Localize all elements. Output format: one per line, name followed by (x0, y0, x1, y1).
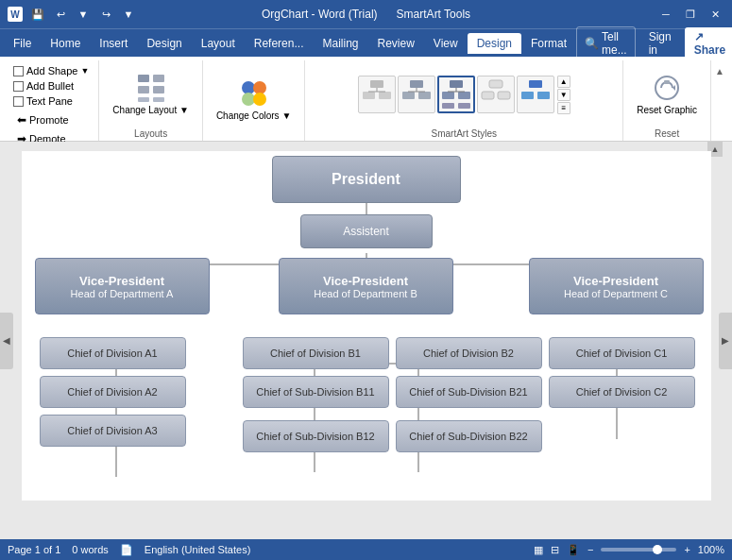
save-button[interactable]: 💾 (28, 5, 47, 24)
tab-home[interactable]: Home (41, 33, 90, 54)
promote-icon: ⬅ (17, 113, 26, 127)
change-layout-button[interactable]: Change Layout ▼ (107, 69, 195, 120)
style-thumb-5[interactable] (517, 76, 554, 113)
svg-rect-30 (529, 80, 542, 88)
menu-right: 🔍 Tell me... Sign in ↗ Share 😊 (576, 26, 732, 60)
tab-format[interactable]: Format (521, 33, 576, 54)
style-thumb-1[interactable] (358, 76, 396, 113)
zoom-in-button[interactable]: + (684, 544, 689, 555)
scroll-right-nav[interactable]: ▶ (719, 313, 732, 369)
add-shape-button[interactable]: Add Shape ▼ (11, 64, 91, 77)
add-bullet-button[interactable]: Add Bullet (11, 79, 91, 93)
vp3-node[interactable]: Vice-President Head of Department C (529, 258, 704, 314)
sign-in-button[interactable]: Sign in (641, 27, 679, 59)
subB11-node[interactable]: Chief of Sub-Division B11 (243, 376, 389, 408)
divA3-box[interactable]: Chief of Division A3 (40, 415, 186, 447)
scroll-left-nav[interactable]: ◀ (0, 313, 13, 369)
colors-group: Change Colors ▼ (203, 60, 305, 141)
subB22-node[interactable]: Chief of Sub-Division B22 (396, 420, 542, 452)
tab-references[interactable]: Referen... (245, 33, 314, 54)
divC1-box[interactable]: Chief of Division C1 (549, 337, 695, 369)
tab-insert[interactable]: Insert (90, 33, 137, 54)
vp1-box[interactable]: Vice-President Head of Department A (35, 258, 210, 314)
subB11-box[interactable]: Chief of Sub-Division B11 (243, 376, 389, 408)
divA3-node[interactable]: Chief of Division A3 (40, 415, 186, 447)
svg-rect-4 (138, 97, 149, 102)
close-button[interactable]: ✕ (706, 5, 724, 24)
assistant-node[interactable]: Assistent (300, 214, 433, 248)
undo-button[interactable]: ↩ (51, 5, 70, 24)
restore-button[interactable]: ❐ (681, 5, 700, 24)
svg-point-8 (242, 93, 255, 106)
reset-graphic-icon (652, 73, 682, 103)
svg-rect-1 (153, 75, 164, 82)
subB21-box[interactable]: Chief of Sub-Division B21 (396, 376, 542, 408)
style-thumb-4[interactable] (477, 76, 515, 113)
style-thumb-3[interactable] (437, 76, 475, 113)
style-thumb-2[interactable] (398, 76, 435, 113)
tab-file[interactable]: File (4, 33, 41, 54)
vp3-box[interactable]: Vice-President Head of Department C (529, 258, 704, 314)
tell-me-box[interactable]: 🔍 Tell me... (576, 26, 636, 60)
svg-rect-3 (153, 86, 164, 93)
more-commands[interactable]: ▼ (119, 5, 138, 24)
change-layout-label: Change Layout ▼ (112, 105, 189, 116)
president-node[interactable]: President (272, 156, 461, 203)
text-pane-checkbox (13, 96, 24, 107)
tab-design-smartart[interactable]: Design (468, 33, 521, 54)
promote-button[interactable]: ⬅ Promote (13, 111, 89, 128)
subB12-box[interactable]: Chief of Sub-Division B12 (243, 420, 389, 452)
divA2-node[interactable]: Chief of Division A2 (40, 376, 186, 408)
subB22-box[interactable]: Chief of Sub-Division B22 (396, 420, 542, 452)
assistant-box[interactable]: Assistent (300, 214, 433, 248)
style-scroll-down[interactable]: ▼ (557, 89, 570, 101)
subB21-node[interactable]: Chief of Sub-Division B21 (396, 376, 542, 408)
ribbon: Add Shape ▼ Add Bullet Text Pane ⬅ Promo… (0, 57, 732, 142)
text-pane-button[interactable]: Text Pane (11, 94, 91, 108)
share-button[interactable]: ↗ Share (685, 27, 732, 59)
tab-review[interactable]: Review (367, 33, 423, 54)
svg-point-9 (253, 93, 266, 106)
svg-rect-5 (153, 97, 164, 102)
tab-view[interactable]: View (424, 33, 468, 54)
divC1-node[interactable]: Chief of Division C1 (549, 337, 695, 369)
style-scroll-more[interactable]: ≡ (557, 102, 570, 114)
tab-layout[interactable]: Layout (192, 33, 245, 54)
tab-design-doc[interactable]: Design (137, 33, 191, 54)
layout-icon-2[interactable]: ⊟ (551, 544, 559, 556)
divA2-box[interactable]: Chief of Division A2 (40, 376, 186, 408)
divB1-node[interactable]: Chief of Division B1 (243, 337, 389, 369)
title-bar: W 💾 ↩ ▼ ↪ ▼ OrgChart - Word (Trial) Smar… (0, 0, 732, 28)
layout-icon-1[interactable]: ▦ (534, 544, 543, 556)
divA1-node[interactable]: Chief of Division A1 (40, 337, 186, 369)
change-colors-button[interactable]: Change Colors ▼ (211, 75, 297, 126)
title-bar-left: W 💾 ↩ ▼ ↪ ▼ (8, 5, 138, 24)
customize-quick-access[interactable]: ▼ (74, 5, 93, 24)
reset-graphic-button[interactable]: Reset Graphic (631, 69, 703, 120)
ribbon-collapse-button[interactable]: ▲ (711, 64, 728, 78)
president-box[interactable]: President (272, 156, 461, 203)
svg-rect-24 (458, 103, 470, 109)
subB12-node[interactable]: Chief of Sub-Division B12 (243, 420, 389, 452)
zoom-out-button[interactable]: − (587, 544, 593, 555)
zoom-level[interactable]: 100% (698, 544, 724, 555)
tab-mailing[interactable]: Mailing (313, 33, 367, 54)
divB2-box[interactable]: Chief of Division B2 (396, 337, 542, 369)
zoom-slider[interactable] (601, 548, 676, 552)
vp2-box[interactable]: Vice-President Head of Department B (279, 258, 453, 314)
divA1-box[interactable]: Chief of Division A1 (40, 337, 186, 369)
minimize-button[interactable]: ─ (656, 5, 675, 24)
svg-rect-0 (138, 75, 149, 82)
layout-icon-3[interactable]: 📱 (567, 544, 580, 556)
divB2-node[interactable]: Chief of Division B2 (396, 337, 542, 369)
divC2-node[interactable]: Chief of Division C2 (549, 376, 695, 408)
divC2-box[interactable]: Chief of Division C2 (549, 376, 695, 408)
content-area: ◀ ▶ ▲ (0, 142, 732, 539)
change-colors-icon (239, 78, 269, 109)
vp2-node[interactable]: Vice-President Head of Department B (279, 258, 453, 314)
redo-button[interactable]: ↪ (96, 5, 115, 24)
divB1-box[interactable]: Chief of Division B1 (243, 337, 389, 369)
style-scroll-up[interactable]: ▲ (557, 76, 570, 88)
smartart-styles-label: SmartArt Styles (432, 125, 497, 139)
vp1-node[interactable]: Vice-President Head of Department A (35, 258, 210, 314)
